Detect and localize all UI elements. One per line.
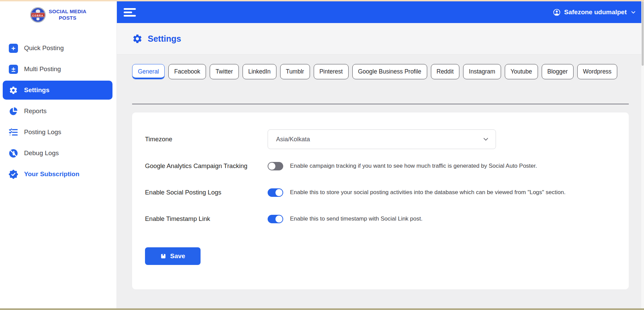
cobra-badge-icon: COBRA (30, 7, 46, 23)
timezone-row: Timezone Asia/Kolkata (145, 129, 615, 149)
timezone-selected-value: Asia/Kolkata (276, 136, 310, 143)
chevron-down-icon (483, 136, 489, 142)
gear-icon (132, 34, 143, 44)
sidebar-item-label: Posting Logs (24, 128, 61, 136)
social-posting-logs-row: Enable Social Posting Logs Enable this t… (145, 183, 615, 202)
ga-tracking-label: Google Analytics Campaign Tracking (145, 162, 268, 170)
sidebar-item-label: Debug Logs (24, 149, 59, 157)
sidebar-item-multi-posting[interactable]: ± Multi Posting (3, 60, 112, 79)
topbar: Safezone udumalpet (117, 1, 644, 23)
brand-name: SOCIAL MEDIA POSTS (49, 8, 86, 21)
tab-general[interactable]: General (132, 64, 165, 79)
list-check-icon (9, 128, 18, 137)
square-plus-minus-icon: ± (9, 65, 18, 74)
tab-twitter[interactable]: Twitter (210, 64, 239, 79)
vertical-scrollbar[interactable] (641, 1, 644, 308)
sidebar-menu: + Quick Posting ± Multi Posting Settings (0, 39, 117, 186)
sidebar-item-label: Reports (24, 107, 47, 115)
scrollbar-thumb[interactable] (642, 1, 644, 66)
tab-youtube[interactable]: Youtube (505, 64, 538, 79)
timestamp-link-description: Enable this to send timestamp with Socia… (290, 215, 422, 222)
social-posting-logs-label: Enable Social Posting Logs (145, 189, 268, 196)
save-button[interactable]: Save (145, 247, 201, 265)
sidebar-item-posting-logs[interactable]: Posting Logs (3, 123, 112, 142)
tab-blogger[interactable]: Blogger (542, 64, 574, 79)
sidebar-item-reports[interactable]: Reports (3, 102, 112, 121)
user-menu[interactable]: Safezone udumalpet (553, 8, 636, 16)
timezone-select[interactable]: Asia/Kolkata (268, 129, 496, 149)
gear-icon (9, 86, 18, 95)
tab-wordpress[interactable]: Wordpress (577, 64, 617, 79)
ga-tracking-row: Google Analytics Campaign Tracking Enabl… (145, 157, 615, 175)
timestamp-link-toggle[interactable] (268, 215, 283, 223)
brand-logo[interactable]: COBRA SOCIAL MEDIA POSTS (0, 1, 117, 24)
toggle-knob (275, 189, 283, 196)
page-header: Settings (117, 23, 644, 55)
app-window: COBRA SOCIAL MEDIA POSTS + Quick Posting… (0, 0, 644, 310)
tab-reddit[interactable]: Reddit (431, 64, 460, 79)
sidebar-item-quick-posting[interactable]: + Quick Posting (3, 39, 112, 58)
tabs-divider (132, 104, 629, 104)
social-posting-logs-toggle[interactable] (268, 188, 283, 197)
pie-chart-icon (9, 107, 18, 116)
sidebar-item-debug-logs[interactable]: Debug Logs (3, 144, 112, 163)
circle-user-icon (553, 8, 561, 16)
page-title: Settings (148, 34, 181, 44)
timezone-label: Timezone (145, 136, 268, 143)
sidebar-item-label: Your Subscription (24, 170, 79, 178)
sidebar: COBRA SOCIAL MEDIA POSTS + Quick Posting… (0, 1, 117, 308)
social-posting-logs-description: Enable this to store your social posting… (290, 189, 565, 196)
sidebar-item-label: Settings (24, 86, 49, 94)
tab-tumblr[interactable]: Tumblr (280, 64, 310, 79)
badge-check-icon (9, 170, 18, 179)
user-name: Safezone udumalpet (564, 8, 627, 16)
timestamp-link-label: Enable Timestamp Link (145, 215, 268, 223)
settings-tabs: General Facebook Twitter LinkedIn Tumblr… (132, 64, 629, 79)
chevron-down-icon (631, 10, 636, 15)
save-row: Save (145, 247, 615, 265)
window-bottom-border (0, 308, 644, 310)
ga-tracking-toggle[interactable] (268, 162, 283, 170)
bug-slash-icon (9, 149, 18, 158)
tab-pinterest[interactable]: Pinterest (314, 64, 349, 79)
toggle-knob (275, 215, 283, 223)
sidebar-item-your-subscription[interactable]: Your Subscription (3, 165, 112, 184)
ga-tracking-description: Enable campaign tracking if you want to … (290, 163, 537, 169)
sidebar-item-label: Multi Posting (24, 65, 61, 73)
tab-linkedin[interactable]: LinkedIn (243, 64, 276, 79)
tab-instagram[interactable]: Instagram (463, 64, 501, 79)
general-settings-card: Timezone Asia/Kolkata Google Analytics C… (132, 112, 629, 289)
save-icon (160, 253, 166, 259)
cobra-badge-text: COBRA (30, 13, 45, 17)
tab-google-business-profile[interactable]: Google Business Profile (352, 64, 427, 79)
hamburger-menu-icon[interactable] (123, 7, 137, 18)
square-plus-icon: + (9, 44, 18, 53)
tab-facebook[interactable]: Facebook (168, 64, 206, 79)
save-button-label: Save (170, 252, 185, 260)
main-area: Safezone udumalpet Settings General Face… (117, 1, 644, 308)
sidebar-item-label: Quick Posting (24, 44, 64, 52)
sidebar-item-settings[interactable]: Settings (3, 81, 112, 100)
timestamp-link-row: Enable Timestamp Link Enable this to sen… (145, 209, 615, 228)
content-area: General Facebook Twitter LinkedIn Tumblr… (117, 55, 644, 308)
toggle-knob (268, 163, 275, 170)
